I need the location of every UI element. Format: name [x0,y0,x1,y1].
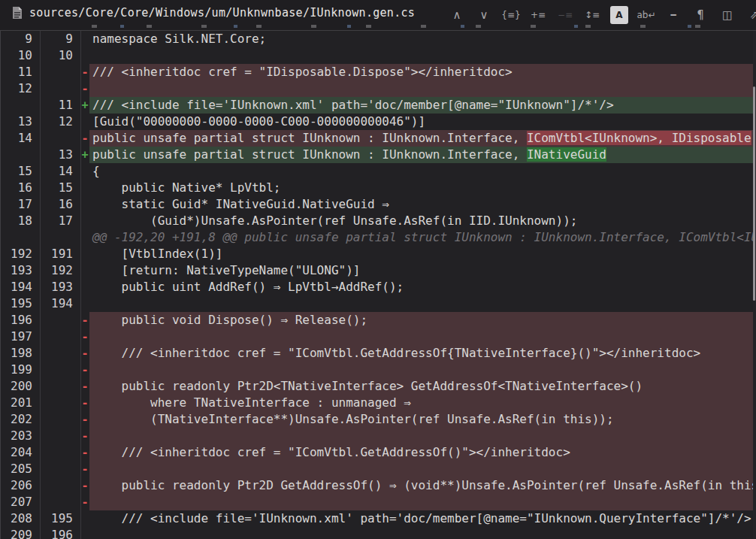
old-line-number: 17 [1,196,40,213]
diff-row[interactable]: 1615 public Native* LpVtbl; [1,180,756,196]
diff-row[interactable]: 205- [1,461,756,477]
diff-row[interactable]: 194193 public uint AddRef() ⇒ LpVtbl→Add… [1,279,756,295]
diff-row[interactable]: 200- public readonly Ptr2D<TNativeInterf… [1,378,756,395]
word-wrap-button[interactable]: ab↵ [637,6,655,24]
split-view-button[interactable]: ◫ [718,6,736,24]
old-line-number: 202 [1,411,40,428]
increase-context-button[interactable]: +≡ [529,6,547,24]
code-line: public unsafe partial struct IUnknown : … [89,147,756,163]
code-line: public unsafe partial struct IUnknown : … [89,130,756,147]
diff-row[interactable]: 207- [1,494,756,510]
new-line-number: 17 [40,213,80,229]
diff-row[interactable]: 11+/// <include file='IUnknown.xml' path… [1,97,756,114]
diff-row[interactable]: 203- [1,428,756,444]
new-line-number: 15 [40,180,80,196]
code-text: /// <inheritdoc cref = "IComVtbl.GetAddr… [92,346,700,360]
new-line-number: 196 [40,527,80,539]
code-text: public Native* LpVtbl; [92,180,280,195]
old-line-number: 15 [1,163,40,180]
deleted-marker-icon: - [80,461,89,477]
code-text: namespace Silk.NET.Core; [92,32,266,46]
show-line-endings-button[interactable]: ¶ [691,6,709,24]
code-line: where TNativeInterface : unmanaged ⇒ [89,395,756,411]
code-line: [Guid("00000000-0000-0000-C000-000000000… [89,114,756,130]
deleted-marker-icon: - [80,345,89,362]
diff-row[interactable]: 13+public unsafe partial struct IUnknown… [1,147,756,163]
old-line-number: 207 [1,494,40,510]
code-line [89,295,756,312]
open-in-editor-button[interactable]: ⇗ [745,6,756,24]
show-spaces-button[interactable]: ━ [664,6,682,24]
diff-row[interactable]: 206- public readonly Ptr2D GetAddressOf(… [1,477,756,494]
previous-change-button[interactable]: ∧ [448,6,466,24]
diff-row[interactable]: 1716 static Guid* INativeGuid.NativeGuid… [1,196,756,213]
diff-row[interactable]: 201- where TNativeInterface : unmanaged … [1,395,756,411]
diff-row[interactable]: 99namespace Silk.NET.Core; [1,31,756,47]
diff-row[interactable]: 14-public unsafe partial struct IUnknown… [1,130,756,147]
new-line-number [40,411,80,428]
diff-row[interactable]: 192191 [VtblIndex(1)] [1,246,756,262]
old-line-number: 192 [1,246,40,262]
next-change-button[interactable]: ∨ [475,6,493,24]
diff-row[interactable]: 196- public void Dispose() ⇒ Release(); [1,312,756,329]
file-header-left: sources/Core/Core/Windows/um/Unknwnbase/… [12,0,415,26]
diff-row[interactable]: 1010 [1,47,756,64]
old-line-number [1,97,40,114]
old-line-number: 199 [1,362,40,378]
code-line: @@ -192,20 +191,8 @@ public unsafe parti… [89,229,756,246]
new-line-number [40,395,80,411]
hunk-context-button[interactable]: {≡} [502,6,520,24]
diff-row[interactable]: 11-/// <inheritdoc cref = "IDisposable.D… [1,64,756,80]
code-line: namespace Silk.NET.Core; [89,31,756,47]
increase-context-icon: +≡ [531,11,546,20]
code-text: static Guid* INativeGuid.NativeGuid ⇒ [92,197,389,211]
marker-gutter [80,31,89,47]
old-line-number: 195 [1,295,40,312]
diff-row[interactable]: 193192 [return: NativeTypeName("ULONG")] [1,262,756,279]
new-line-number: 195 [40,510,80,527]
clipped-code-line [92,25,744,28]
scrollbar-thumb[interactable] [753,86,755,301]
deleted-marker-icon: - [80,64,89,80]
word-wrap-icon: ab↵ [637,11,655,20]
new-line-number [40,229,80,246]
old-line-number: 201 [1,395,40,411]
new-line-number [40,345,80,362]
code-text: where TNativeInterface : unmanaged ⇒ [92,395,411,410]
diff-row[interactable]: 204- /// <inheritdoc cref = "IComVtbl.Ge… [1,444,756,461]
old-line-number: 204 [1,444,40,461]
code-text: @@ -192,20 +191,8 @@ public unsafe parti… [92,230,756,244]
diff-row[interactable]: 1312[Guid("00000000-0000-0000-C000-00000… [1,114,756,130]
diff-row[interactable]: 12- [1,80,756,97]
code-line: (Guid*)Unsafe.AsPointer(ref Unsafe.AsRef… [89,213,756,229]
diff-row[interactable]: 209196 [1,527,756,539]
old-line-number: 205 [1,461,40,477]
diff-row[interactable]: 195194 [1,295,756,312]
code-line [89,494,756,510]
old-line-number: 14 [1,130,40,147]
diff-row[interactable]: 198- /// <inheritdoc cref = "IComVtbl.Ge… [1,345,756,362]
new-line-number: 192 [40,262,80,279]
code-text: public uint AddRef() ⇒ LpVtbl→AddRef(); [92,280,404,294]
line-spacing-button[interactable]: ↕≡ [583,6,601,24]
diff-content: 99namespace Silk.NET.Core;101011-/// <in… [0,31,756,539]
hunk-header-row[interactable]: @@ -192,20 +191,8 @@ public unsafe parti… [1,229,756,246]
diff-row[interactable]: 208195 /// <include file='IUnknown.xml' … [1,510,756,527]
code-line: { [89,163,756,180]
diff-row[interactable]: 1817 (Guid*)Unsafe.AsPointer(ref Unsafe.… [1,213,756,229]
diff-row[interactable]: 197- [1,329,756,345]
show-spaces-icon: ━ [670,11,676,20]
code-text: (TNativeInterface**)Unsafe.AsPointer(ref… [92,412,614,426]
next-change-icon: ∨ [480,10,488,21]
diff-row[interactable]: 1514{ [1,163,756,180]
character-view-button[interactable]: A [610,6,628,24]
marker-gutter [80,47,89,64]
gutter-separator-new [80,31,81,539]
new-line-number [40,461,80,477]
diff-row[interactable]: 199- [1,362,756,378]
old-line-number: 206 [1,477,40,494]
deleted-marker-icon: - [80,428,89,444]
old-line-number: 196 [1,312,40,329]
diff-row[interactable]: 202- (TNativeInterface**)Unsafe.AsPointe… [1,411,756,428]
added-marker-icon: + [80,97,89,114]
